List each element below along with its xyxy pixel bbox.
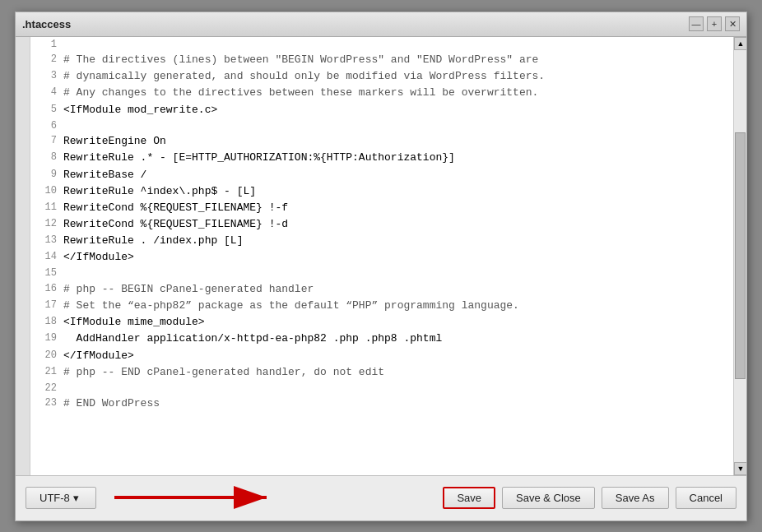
line-number: 17 [34, 298, 57, 313]
line-number: 23 [34, 396, 57, 411]
title-bar: .htaccess — + ✕ [16, 12, 746, 37]
line-number: 21 [34, 364, 57, 380]
scroll-down-button[interactable]: ▼ [734, 462, 746, 475]
line-number: 14 [34, 249, 57, 265]
table-row: 17# Set the “ea-php82” package as the de… [30, 298, 733, 314]
table-row: 8RewriteRule .* - [E=HTTP_AUTHORIZATION:… [30, 150, 733, 166]
table-row: 6 [30, 118, 733, 134]
line-content: RewriteEngine On [63, 133, 166, 150]
scroll-up-button[interactable]: ▲ [734, 37, 746, 50]
line-number: 19 [34, 331, 57, 346]
line-number: 20 [34, 348, 57, 363]
scroll-track [734, 50, 746, 462]
line-content: </IfModule> [63, 249, 134, 266]
encoding-value: UTF-8 [39, 492, 70, 504]
line-number: 1 [34, 37, 57, 53]
line-content: # dynamically generated, and should only… [63, 68, 545, 85]
line-content: RewriteCond %{REQUEST_FILENAME} !-f [63, 200, 288, 216]
cancel-button[interactable]: Cancel [676, 487, 736, 509]
line-number: 7 [34, 133, 57, 149]
line-content: <IfModule mod_rewrite.c> [63, 102, 217, 118]
table-row: 10RewriteRule ^index\.php$ - [L] [30, 183, 733, 200]
line-content: # Any changes to the directives between … [63, 85, 538, 101]
table-row: 4# Any changes to the directives between… [30, 85, 733, 101]
line-content: </IfModule> [63, 348, 134, 364]
code-editor[interactable]: 12# The directives (lines) between "BEGI… [30, 37, 733, 475]
code-content-area[interactable]: 12# The directives (lines) between "BEGI… [30, 37, 733, 475]
table-row: 21# php -- END cPanel-generated handler,… [30, 364, 733, 381]
table-row: 19 AddHandler application/x-httpd-ea-php… [30, 331, 733, 347]
line-content: RewriteRule . /index.php [L] [63, 233, 243, 249]
table-row: 14</IfModule> [30, 249, 733, 266]
line-number: 4 [34, 85, 57, 100]
line-number: 10 [34, 183, 57, 199]
table-row: 20</IfModule> [30, 348, 733, 364]
table-row: 15 [30, 266, 733, 281]
footer: UTF-8 ▾ Save Save & Close Save As Cancel [16, 475, 746, 520]
line-content: RewriteRule ^index\.php$ - [L] [63, 183, 256, 200]
line-content: AddHandler application/x-httpd-ea-php82 … [63, 331, 442, 347]
line-number: 8 [34, 150, 57, 165]
encoding-dropdown[interactable]: UTF-8 ▾ [26, 487, 96, 509]
table-row: 1 [30, 37, 733, 53]
line-number: 2 [34, 52, 57, 67]
line-content: # END WordPress [63, 396, 160, 412]
editor-window: .htaccess — + ✕ 12# The directives (line… [15, 12, 747, 521]
maximize-button[interactable]: + [707, 16, 722, 31]
left-scroll-track [16, 37, 30, 475]
footer-buttons: Save Save & Close Save As Cancel [443, 487, 736, 509]
minimize-button[interactable]: — [689, 16, 704, 31]
line-content: <IfModule mime_module> [63, 314, 205, 331]
line-content: RewriteRule .* - [E=HTTP_AUTHORIZATION:%… [63, 150, 455, 166]
table-row: 7RewriteEngine On [30, 133, 733, 150]
table-row: 3# dynamically generated, and should onl… [30, 68, 733, 85]
left-scrollbar [16, 37, 30, 475]
line-content: RewriteCond %{REQUEST_FILENAME} !-d [63, 216, 288, 233]
line-number: 15 [34, 266, 57, 281]
line-number: 13 [34, 233, 57, 248]
table-row: 5<IfModule mod_rewrite.c> [30, 102, 733, 118]
save-button[interactable]: Save [443, 487, 495, 509]
line-content: # php -- BEGIN cPanel-generated handler [63, 281, 314, 298]
arrow-container [114, 483, 279, 512]
save-close-button[interactable]: Save & Close [502, 487, 595, 509]
line-content: RewriteBase / [63, 167, 146, 183]
line-number: 11 [34, 200, 57, 215]
close-button[interactable]: ✕ [725, 16, 740, 31]
line-content: # Set the “ea-php82” package as the defa… [63, 298, 519, 314]
save-as-button[interactable]: Save As [602, 487, 669, 509]
table-row: 11RewriteCond %{REQUEST_FILENAME} !-f [30, 200, 733, 216]
window-title: .htaccess [22, 18, 71, 30]
line-number: 5 [34, 102, 57, 118]
table-row: 16# php -- BEGIN cPanel-generated handle… [30, 281, 733, 298]
red-arrow-icon [114, 483, 279, 512]
right-scrollbar[interactable]: ▲ ▼ [733, 37, 746, 475]
table-row: 23# END WordPress [30, 396, 733, 412]
table-row: 18<IfModule mime_module> [30, 314, 733, 331]
table-row: 22 [30, 381, 733, 396]
line-number: 3 [34, 68, 57, 84]
editor-area: 12# The directives (lines) between "BEGI… [16, 37, 746, 475]
table-row: 13RewriteRule . /index.php [L] [30, 233, 733, 249]
line-number: 22 [34, 381, 57, 396]
line-number: 18 [34, 314, 57, 330]
table-row: 2# The directives (lines) between "BEGIN… [30, 52, 733, 68]
table-row: 12RewriteCond %{REQUEST_FILENAME} !-d [30, 216, 733, 233]
table-row: 9RewriteBase / [30, 167, 733, 183]
line-number: 12 [34, 216, 57, 232]
line-number: 16 [34, 281, 57, 297]
line-content: # php -- END cPanel-generated handler, d… [63, 364, 384, 381]
line-content: # The directives (lines) between "BEGIN … [63, 52, 538, 68]
line-number: 6 [34, 118, 57, 134]
line-number: 9 [34, 167, 57, 183]
encoding-arrow-icon: ▾ [73, 492, 79, 504]
scroll-thumb[interactable] [735, 132, 746, 380]
title-bar-controls: — + ✕ [689, 16, 740, 31]
